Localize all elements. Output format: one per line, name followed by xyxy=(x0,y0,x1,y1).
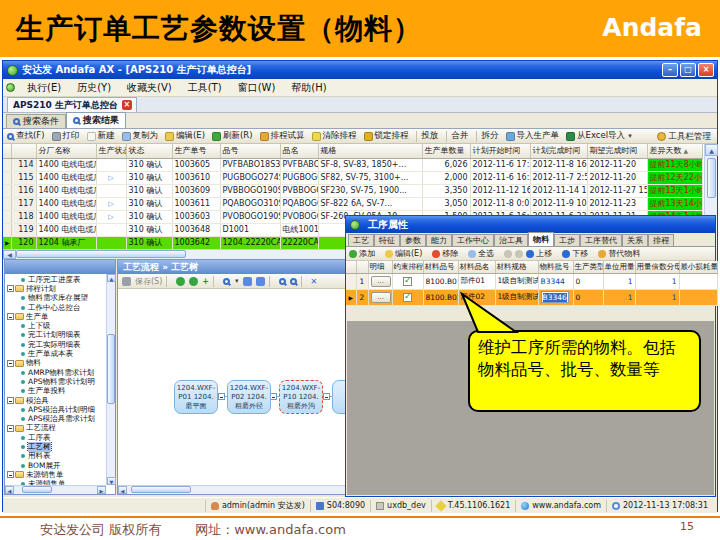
save-icon[interactable] xyxy=(122,277,131,286)
toolbar-合并[interactable]: 合并 xyxy=(452,130,469,142)
sidebar-item-工序完工进度表[interactable]: 工序完工进度表 xyxy=(5,275,106,284)
sidebar-item-排程计划[interactable]: 排程计划 xyxy=(5,284,106,293)
menu-item-0[interactable]: 执行(E) xyxy=(19,82,69,93)
props-tab-工序替代[interactable]: 工序替代 xyxy=(580,234,622,246)
sidebar-item-上下级[interactable]: 上下级 xyxy=(5,321,106,330)
redo-icon[interactable] xyxy=(256,277,265,286)
table-row[interactable]: 1171400 电线电缆厂▷310 确认1003611PQABOGO310S0E… xyxy=(3,197,702,210)
minimize-button[interactable]: – xyxy=(662,63,678,77)
props-tab-工艺[interactable]: 工艺 xyxy=(348,234,374,246)
toolbar-投放[interactable]: 投放 xyxy=(422,130,439,142)
scroll-thumb[interactable] xyxy=(16,250,186,258)
props-tab-治工具[interactable]: 治工具 xyxy=(494,234,528,246)
col-header[interactable]: 材料规格 xyxy=(495,261,538,273)
sidebar-item-物料需求库存展望[interactable]: 物料需求库存展望 xyxy=(5,294,106,303)
props-toolbar-edit[interactable]: 编辑(E) xyxy=(385,248,422,259)
sidebar-item-BOM展开[interactable]: BOM展开 xyxy=(5,461,106,470)
props-toolbar-move-down[interactable]: 下移 xyxy=(562,248,588,259)
nav-forward-icon[interactable] xyxy=(189,277,198,286)
sidebar-item-工艺树[interactable]: 工艺树 xyxy=(5,442,106,451)
undo-icon[interactable] xyxy=(243,277,252,286)
col-header[interactable]: 生产状态 xyxy=(96,144,126,158)
col-header[interactable]: 计划完成时间 xyxy=(530,144,587,158)
props-toolbar-remove[interactable]: 移除 xyxy=(432,248,458,259)
sidebar-item-生产单投料[interactable]: 生产单投料 xyxy=(5,387,106,396)
col-header[interactable]: 期望完成时间 xyxy=(587,144,647,158)
toolbar-clear-schedule[interactable]: 清除排程 xyxy=(312,130,357,142)
zoom-out-icon[interactable] xyxy=(290,278,297,285)
tree-horizontal-scrollbar[interactable]: ◀ ▶ xyxy=(5,485,106,494)
sidebar-item-APS模治具需求计划[interactable]: APS模治具需求计划 xyxy=(5,414,106,423)
toolbar-edit[interactable]: 编辑(E) xyxy=(165,130,205,142)
col-header[interactable]: 明细 xyxy=(368,261,392,273)
doc-tab-aps210[interactable]: APS210 生产订单总控台 × xyxy=(7,97,137,112)
table-row[interactable]: 1141400 电线电缆厂310 确认1003605PVFBABO18S30VN… xyxy=(3,158,702,171)
save-button[interactable]: 保存(S) xyxy=(135,276,162,287)
col-header[interactable]: 材料品名 xyxy=(458,261,495,273)
col-header[interactable]: 差异天数▲ xyxy=(647,144,702,158)
toolbar-find[interactable]: 查找(F) xyxy=(7,130,45,142)
sidebar-item-模治具[interactable]: 模治具 xyxy=(5,396,106,405)
col-header[interactable]: 生产单号 xyxy=(172,144,220,158)
col-header[interactable]: 材料品号 xyxy=(423,261,458,273)
detail-button[interactable]: … xyxy=(371,292,391,303)
sidebar-item-未源销售单[interactable]: 未源销售单 xyxy=(5,470,106,479)
nav-back-icon[interactable] xyxy=(176,277,185,286)
sidebar-item-AMRP物料需求计划[interactable]: AMRP物料需求计划 xyxy=(5,368,106,377)
toolbar-copy-as[interactable]: 复制为 xyxy=(122,130,159,142)
col-header[interactable]: 用量倍数分母 xyxy=(635,261,679,273)
toolbar-拆分[interactable]: 拆分 xyxy=(482,130,499,142)
sidebar-item-APS模治具计划明细[interactable]: APS模治具计划明细 xyxy=(5,405,106,414)
sidebar-item-完工计划明细表[interactable]: 完工计划明细表 xyxy=(5,331,106,340)
scroll-thumb[interactable] xyxy=(707,158,716,198)
props-tab-关系[interactable]: 关系 xyxy=(622,234,648,246)
collapse-icon[interactable] xyxy=(7,360,14,367)
material-row[interactable]: 1…8100.B01部件011级自制测试B3344011 xyxy=(346,273,717,289)
tab-搜索条件[interactable]: 搜索条件 xyxy=(6,114,66,128)
chevron-down-icon[interactable]: ▾ xyxy=(235,277,239,285)
scroll-left-icon[interactable]: ◀ xyxy=(5,486,14,494)
collapse-icon[interactable] xyxy=(7,471,14,478)
process-node-1[interactable]: 1204.WXF-P02 1204.粗磨外径 xyxy=(227,380,271,414)
fit-view-icon[interactable]: ✕ xyxy=(311,277,318,286)
sidebar-item-完工实际明细表[interactable]: 完工实际明细表 xyxy=(5,340,106,349)
sidebar-item-APS物料需求计划明[interactable]: APS物料需求计划明 xyxy=(5,377,106,386)
col-header[interactable]: 品名 xyxy=(280,144,318,158)
col-header[interactable]: 计划开始时间 xyxy=(470,144,530,158)
table-row[interactable]: 1151400 电线电缆厂▷310 确认1003610PUGBOGO274SRM… xyxy=(3,171,702,184)
toolbar-print[interactable]: 打印 xyxy=(52,130,80,142)
close-button[interactable]: × xyxy=(698,63,714,77)
menu-item-4[interactable]: 窗口(W) xyxy=(230,82,284,93)
collapse-icon[interactable] xyxy=(7,313,14,320)
process-node-2[interactable]: 1204.WXF-P10 1204.粗磨外沟 xyxy=(279,380,323,414)
window-titlebar[interactable]: 安达发 Andafa AX - [APS210 生产订单总控台] – □ × xyxy=(3,61,717,79)
col-header[interactable]: 生产类型 xyxy=(573,261,603,273)
col-header[interactable]: 状态 xyxy=(126,144,172,158)
props-titlebar[interactable]: 工序属性 xyxy=(346,216,715,233)
restore-button[interactable]: □ xyxy=(680,63,696,77)
scroll-thumb[interactable] xyxy=(22,486,52,493)
sidebar-item-工艺流程[interactable]: 工艺流程 xyxy=(5,424,106,433)
detail-button[interactable]: … xyxy=(371,276,391,287)
batch-edit-box[interactable]: B3346 xyxy=(541,291,569,303)
props-tab-特征[interactable]: 特征 xyxy=(374,234,400,246)
col-header[interactable]: 最小损耗量 xyxy=(679,261,717,273)
col-header[interactable]: 分厂名称 xyxy=(36,144,96,158)
zoom-select-icon[interactable] xyxy=(223,278,230,285)
menu-item-3[interactable]: 工具(T) xyxy=(180,82,230,93)
props-tab-物料[interactable]: 物料 xyxy=(528,232,554,246)
menu-item-2[interactable]: 收藏夹(V) xyxy=(119,82,180,93)
scroll-right-icon[interactable]: ▶ xyxy=(97,486,106,494)
collapse-connector-icon[interactable] xyxy=(323,393,330,400)
scroll-left-icon[interactable]: ◀ xyxy=(118,486,127,494)
props-tab-工步[interactable]: 工步 xyxy=(554,234,580,246)
col-header[interactable]: 物料批号 xyxy=(538,261,573,273)
col-header[interactable]: 品号 xyxy=(220,144,280,158)
menu-item-1[interactable]: 历史(Y) xyxy=(69,82,119,93)
col-header[interactable]: 规格 xyxy=(318,144,422,158)
sidebar-item-工序表[interactable]: 工序表 xyxy=(5,433,106,442)
sidebar-item-生产单成本表[interactable]: 生产单成本表 xyxy=(5,349,106,358)
zoom-in-icon[interactable] xyxy=(279,278,286,285)
sidebar-item-用料表[interactable]: 用料表 xyxy=(5,452,106,461)
sidebar-item-工作中心总控台[interactable]: 工作中心总控台 xyxy=(5,303,106,312)
